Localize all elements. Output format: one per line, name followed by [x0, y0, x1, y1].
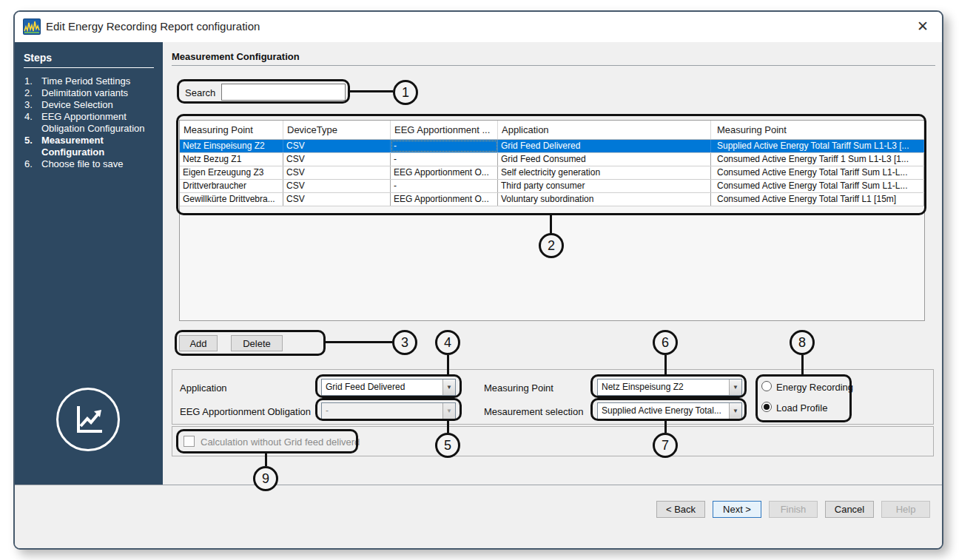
measurement-form-panel: Application Grid Feed Delivered ▼ EEG Ap… — [172, 369, 934, 425]
chevron-down-icon: ▼ — [442, 403, 455, 419]
measuring-point-dropdown[interactable]: Netz Einspeisung Z2 ▼ — [597, 379, 742, 396]
table-cell[interactable]: EEG Apportionment O... — [391, 193, 498, 206]
table-cell[interactable]: Grid Feed Consumed — [498, 153, 711, 166]
column-header[interactable]: DeviceType — [283, 121, 391, 139]
table-cell[interactable]: Gewillkürte Drittvebra... — [180, 193, 283, 206]
chevron-down-icon[interactable]: ▼ — [729, 403, 741, 419]
next-button[interactable]: Next > — [713, 501, 761, 518]
application-label: Application — [180, 382, 227, 394]
application-dropdown[interactable]: Grid Feed Delivered ▼ — [321, 379, 456, 396]
sidebar-step: 2. Delimitation variants — [15, 87, 163, 99]
back-button[interactable]: < Back — [656, 501, 705, 518]
table-row[interactable]: Netz Bezug Z1CSV-Grid Feed ConsumedConsu… — [180, 153, 924, 166]
calculation-checkbox-label: Calculation without Grid feed deliverd — [201, 436, 360, 448]
logo-badge — [56, 388, 120, 451]
table-cell[interactable]: Netz Bezug Z1 — [180, 153, 283, 166]
table-cell[interactable]: - — [391, 153, 498, 166]
chevron-down-icon[interactable]: ▼ — [442, 379, 455, 395]
column-header[interactable]: Application — [498, 121, 711, 139]
table-cell[interactable]: CSV — [283, 140, 391, 152]
page-title: Measurement Configuration — [172, 51, 300, 62]
table-cell[interactable]: Consumed Active Energy Total Tariff Sum … — [711, 180, 924, 192]
table-row[interactable]: Gewillkürte Drittvebra...CSVEEG Apportio… — [180, 193, 924, 206]
sidebar-step: 6. Choose file to save — [15, 158, 163, 170]
table-row[interactable]: Eigen Erzeugung Z3CSVEEG Apportionment O… — [180, 166, 924, 180]
heading-rule — [172, 65, 935, 66]
load-profile-radio[interactable] — [761, 402, 772, 412]
table-cell[interactable]: Grid Feed Delivered — [498, 140, 711, 152]
steps-list: 1. Time Period Settings 2. Delimitation … — [15, 75, 163, 170]
sidebar-step: 4. EEG Apportionment Obligation Configur… — [15, 111, 163, 135]
help-button: Help — [881, 501, 930, 518]
measurement-table[interactable]: Measuring PointDeviceTypeEEG Apportionme… — [179, 120, 925, 321]
table-cell[interactable]: - — [391, 140, 498, 152]
title-bar: Edit Energy Recording Report configurati… — [15, 12, 942, 42]
calculation-option-panel: Calculation without Grid feed deliverd — [172, 426, 934, 456]
table-cell[interactable]: EEG Apportionment O... — [391, 166, 498, 179]
table-cell[interactable]: Drittverbraucher — [180, 180, 283, 192]
steps-sidebar: Steps 1. Time Period Settings 2. Delimit… — [15, 42, 163, 485]
table-cell[interactable]: - — [391, 180, 498, 192]
table-cell[interactable]: Third party consumer — [498, 180, 711, 192]
footer-bar: < BackNext >FinishCancelHelp — [15, 485, 942, 550]
table-cell[interactable]: Eigen Erzeugung Z3 — [180, 166, 283, 179]
search-input[interactable] — [221, 84, 346, 101]
measurement-selection-dropdown[interactable]: Supplied Active Energy Total... ▼ — [597, 402, 742, 419]
delete-button[interactable]: Delete — [231, 335, 283, 351]
chevron-down-icon[interactable]: ▼ — [729, 379, 741, 395]
main-area: Measurement Configuration Search Measuri… — [163, 42, 943, 485]
cancel-button[interactable]: Cancel — [825, 501, 874, 518]
dialog-window: Edit Energy Recording Report configurati… — [13, 10, 943, 550]
column-header[interactable]: Measuring Point — [711, 121, 924, 139]
sidebar-step: 1. Time Period Settings — [15, 75, 163, 87]
sidebar-step: 5. Measurement Configuration — [15, 135, 163, 158]
energy-recording-radio[interactable] — [761, 381, 772, 391]
table-header-row: Measuring PointDeviceTypeEEG Apportionme… — [180, 121, 924, 140]
table-cell[interactable]: Consumed Active Energy Total Tariff L1 [… — [711, 193, 924, 206]
table-row[interactable]: DrittverbraucherCSV-Third party consumer… — [180, 180, 924, 193]
column-header[interactable]: EEG Apportionment ... — [391, 121, 498, 139]
table-cell[interactable]: Supplied Active Energy Total Tariff Sum … — [711, 140, 924, 152]
table-cell[interactable]: Self electricity generation — [498, 166, 711, 179]
table-cell[interactable]: Voluntary subordination — [498, 193, 711, 206]
finish-button: Finish — [769, 501, 818, 518]
measuring-point-label: Measuring Point — [484, 382, 553, 394]
sidebar-step: 3. Device Selection — [15, 99, 163, 111]
table-cell[interactable]: Netz Einspeisung Z2 — [180, 140, 283, 152]
table-cell[interactable]: CSV — [283, 180, 391, 192]
table-body: Netz Einspeisung Z2CSV-Grid Feed Deliver… — [180, 140, 924, 206]
window-title: Edit Energy Recording Report configurati… — [46, 20, 260, 33]
table-cell[interactable]: Consumed Active Energy Total Tariff Sum … — [711, 166, 924, 179]
table-cell[interactable]: CSV — [283, 193, 391, 206]
calculation-checkbox[interactable] — [184, 436, 195, 447]
eeg-obligation-label: EEG Apportionment Obligation — [180, 406, 311, 417]
screenshot-stage: Edit Energy Recording Report configurati… — [0, 0, 976, 560]
load-profile-label: Load Profile — [776, 402, 827, 414]
table-cell[interactable]: CSV — [283, 153, 391, 166]
app-waveform-icon — [23, 18, 41, 36]
close-icon[interactable]: ✕ — [917, 18, 929, 35]
energy-recording-label: Energy Recording — [776, 382, 853, 393]
add-button[interactable]: Add — [179, 335, 218, 351]
eeg-obligation-dropdown: - ▼ — [321, 402, 456, 419]
column-header[interactable]: Measuring Point — [180, 121, 283, 139]
measurement-selection-label: Mesaurement selection — [484, 406, 583, 417]
table-row[interactable]: Netz Einspeisung Z2CSV-Grid Feed Deliver… — [180, 140, 924, 153]
search-label: Search — [185, 87, 215, 98]
table-cell[interactable]: Consumed Active Energy Tariff 1 Sum L1-L… — [711, 153, 924, 166]
trend-chart-icon — [70, 401, 107, 438]
table-cell[interactable]: CSV — [283, 166, 391, 179]
steps-heading: Steps — [24, 52, 154, 68]
